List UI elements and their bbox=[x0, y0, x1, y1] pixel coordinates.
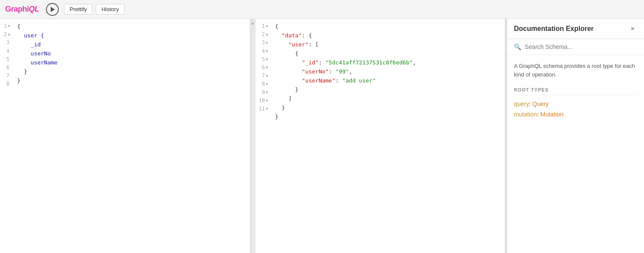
result-line: } bbox=[275, 85, 501, 94]
result-line-number: 8▼ bbox=[259, 80, 268, 88]
result-line-number: 10▼ bbox=[259, 97, 268, 105]
result-line: ] bbox=[275, 94, 501, 104]
result-line-number: 7▼ bbox=[259, 72, 268, 80]
prettify-button[interactable]: Prettify bbox=[64, 4, 92, 15]
doc-search-area: 🔍 bbox=[507, 39, 644, 55]
result-line: } bbox=[275, 113, 501, 122]
doc-close-button[interactable]: × bbox=[628, 24, 637, 34]
editor-pane[interactable]: 1▼2▼3 4 5 6 7 8 { user { _id userNo user… bbox=[0, 19, 250, 253]
result-line-number: 9▼ bbox=[259, 88, 268, 97]
graphiql-logo: GraphiQL bbox=[5, 5, 39, 14]
result-line-number: 2▼ bbox=[259, 30, 268, 39]
schema-search-input[interactable] bbox=[525, 43, 637, 50]
line-number: 6 bbox=[3, 64, 10, 72]
result-line-number: 3▼ bbox=[259, 39, 268, 47]
type-value[interactable]: Query bbox=[532, 101, 549, 107]
type-key: mutation bbox=[514, 111, 537, 118]
editor-line: { bbox=[17, 22, 246, 31]
line-number: 2▼ bbox=[3, 30, 10, 39]
type-value[interactable]: Mutation bbox=[540, 111, 563, 118]
type-row: mutation: Mutation bbox=[514, 111, 637, 118]
doc-description: A GraphQL schema provides a root type fo… bbox=[514, 62, 637, 79]
line-number: 4 bbox=[3, 47, 10, 55]
editor-line: userNo bbox=[17, 49, 246, 58]
result-line-number: 5▼ bbox=[259, 55, 268, 64]
line-number: 5 bbox=[3, 55, 10, 64]
type-row: query: Query bbox=[514, 101, 637, 107]
types-list: query: Querymutation: Mutation bbox=[514, 101, 637, 118]
result-line: } bbox=[275, 104, 501, 113]
run-button[interactable] bbox=[46, 3, 59, 16]
line-number: 8 bbox=[3, 80, 10, 88]
header: GraphiQL Prettify History bbox=[0, 0, 644, 19]
main-area: 1▼2▼3 4 5 6 7 8 { user { _id userNo user… bbox=[0, 19, 644, 253]
result-line-number: 6▼ bbox=[259, 64, 268, 72]
result-code-area: 1▼2▼3▼4▼5▼6▼7▼8▼9▼10▼11▼ { "data": { "us… bbox=[255, 19, 505, 125]
type-key: query bbox=[514, 101, 529, 107]
result-line: "userNo": "99", bbox=[275, 67, 501, 76]
result-line-number: 11▼ bbox=[259, 105, 268, 113]
editor-line bbox=[17, 85, 246, 94]
result-line-number: 1▼ bbox=[259, 22, 268, 30]
line-number: 7 bbox=[3, 72, 10, 80]
result-line: "userName": "add user" bbox=[275, 76, 501, 85]
result-line: "data": { bbox=[275, 31, 501, 40]
doc-explorer-body: A GraphQL schema provides a root type fo… bbox=[507, 55, 644, 253]
result-line: { bbox=[275, 22, 501, 31]
line-number: 1▼ bbox=[3, 22, 10, 30]
editor-line: } bbox=[17, 67, 246, 76]
editor-content[interactable]: { user { _id userNo userName }} bbox=[14, 22, 250, 94]
search-icon: 🔍 bbox=[514, 43, 521, 50]
editor-line: userName bbox=[17, 58, 246, 67]
doc-explorer-title: Documentation Explorer bbox=[514, 25, 594, 33]
root-types-label: ROOT TYPES bbox=[514, 87, 637, 95]
editor-line: user { bbox=[17, 31, 246, 40]
result-content: { "data": { "user": [ { "_id": "5dc41aff… bbox=[271, 22, 505, 122]
editor-line: _id bbox=[17, 40, 246, 49]
type-colon: : bbox=[529, 101, 532, 107]
scrollbar-divider: ▲ bbox=[250, 19, 255, 253]
result-line: "_id": "5dc41aff72137531c8f6ed6b", bbox=[275, 58, 501, 67]
result-pane: 1▼2▼3▼4▼5▼6▼7▼8▼9▼10▼11▼ { "data": { "us… bbox=[255, 19, 507, 253]
result-line-numbers: 1▼2▼3▼4▼5▼6▼7▼8▼9▼10▼11▼ bbox=[255, 22, 272, 122]
line-numbers: 1▼2▼3 4 5 6 7 8 bbox=[0, 22, 14, 94]
doc-explorer-header: Documentation Explorer × bbox=[507, 19, 644, 39]
line-number: 3 bbox=[3, 39, 10, 47]
history-button[interactable]: History bbox=[96, 4, 124, 15]
editor-line: } bbox=[17, 76, 246, 85]
result-line: { bbox=[275, 49, 501, 58]
editor-code-area: 1▼2▼3 4 5 6 7 8 { user { _id userNo user… bbox=[0, 19, 250, 98]
result-line: "user": [ bbox=[275, 40, 501, 49]
result-line-number: 4▼ bbox=[259, 47, 268, 55]
doc-explorer: Documentation Explorer × 🔍 A GraphQL sch… bbox=[507, 19, 644, 253]
